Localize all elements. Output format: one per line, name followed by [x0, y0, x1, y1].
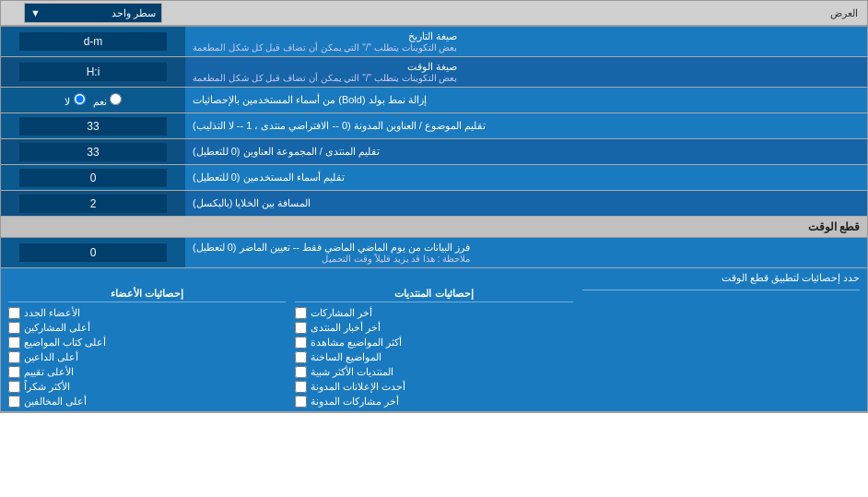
time-filter-input-wrap [1, 238, 185, 267]
topics-trim-input-wrap [1, 113, 185, 138]
top-violators-label: أعلى المخالفين [24, 396, 87, 408]
topics-trim-input[interactable] [19, 117, 167, 136]
checkbox-col-3 [582, 288, 860, 408]
last-posts-label: أخر المشاركات [311, 307, 372, 319]
remove-bold-inputs: نعم لا [1, 88, 185, 112]
checkbox-last-posts[interactable]: أخر المشاركات [295, 307, 572, 319]
main-container: العرض سطر واحد ▼ صيغة التاريخ بعض التكوي… [0, 0, 868, 413]
checkbox-section: حدد إحصائيات لتطبيق قطع الوقت إحصائيات ا… [1, 268, 867, 412]
col2-header: إحصائيات المنتديات [295, 288, 572, 302]
time-format-label: صيغة الوقت بعض التكوينات يتطلب "/" التي … [185, 57, 867, 87]
usernames-trim-input-wrap [1, 165, 185, 190]
latest-announcements-label: أحدث الإعلانات المدونة [311, 381, 405, 393]
topics-trim-label: تقليم الموضوع / العناوين المدونة (0 -- ا… [185, 113, 867, 138]
date-format-input-wrap [1, 27, 185, 56]
hot-topics-checkbox[interactable] [295, 351, 307, 363]
blog-posts-label: أخر مشاركات المدونة [311, 396, 399, 408]
forum-trim-label: تقليم المنتدى / المجموعة العناوين (0 للت… [185, 139, 867, 164]
forum-news-label: أخر أخبار المنتدى [311, 322, 381, 334]
most-viewed-checkbox[interactable] [295, 337, 307, 349]
date-format-label: صيغة التاريخ بعض التكوينات يتطلب "/" الت… [185, 27, 867, 56]
forum-news-checkbox[interactable] [295, 322, 307, 334]
checkbox-col-2: إحصائيات المنتديات أخر المشاركات أخر أخب… [295, 288, 572, 408]
checkbox-top-rated[interactable]: الأعلى تقييم [8, 366, 286, 378]
remove-bold-row: إزالة نمط بولد (Bold) من أسماء المستخدمي… [1, 88, 867, 113]
top-posters-checkbox[interactable] [8, 322, 20, 334]
checkbox-top-posters[interactable]: أعلى المشاركين [8, 322, 286, 334]
time-cut-section-header: قطع الوقت [1, 217, 867, 238]
most-thanked-checkbox[interactable] [8, 381, 20, 393]
blog-posts-checkbox[interactable] [295, 396, 307, 408]
last-posts-checkbox[interactable] [295, 307, 307, 319]
checkbox-popular-forums[interactable]: المنتديات الأكثر شبية [295, 366, 572, 378]
date-format-input[interactable] [19, 32, 167, 51]
topics-trim-row: تقليم الموضوع / العناوين المدونة (0 -- ا… [1, 113, 867, 139]
cell-spacing-input-wrap [1, 191, 185, 216]
checkbox-top-inviters[interactable]: أعلى الداعين [8, 351, 286, 363]
new-members-checkbox[interactable] [8, 307, 20, 319]
checkbox-most-viewed[interactable]: أكثر المواضيع مشاهدة [295, 337, 572, 349]
checkbox-section-header: حدد إحصائيات لتطبيق قطع الوقت [8, 272, 860, 284]
checkbox-top-violators[interactable]: أعلى المخالفين [8, 396, 286, 408]
header-row: العرض سطر واحد ▼ [1, 1, 867, 27]
cell-spacing-row: المسافة بين الخلايا (بالبكسل) [1, 191, 867, 217]
date-format-row: صيغة التاريخ بعض التكوينات يتطلب "/" الت… [1, 27, 867, 57]
top-violators-checkbox[interactable] [8, 396, 20, 408]
popular-forums-label: المنتديات الأكثر شبية [311, 366, 393, 378]
top-topic-writers-label: أعلى كتاب المواضيع [24, 337, 106, 349]
top-posters-label: أعلى المشاركين [24, 322, 90, 334]
checkbox-grid: إحصائيات المنتديات أخر المشاركات أخر أخب… [8, 288, 860, 408]
col1-header: إحصائيات الأعضاء [8, 288, 286, 302]
usernames-trim-row: تقليم أسماء المستخدمين (0 للتعطيل) [1, 165, 867, 191]
checkbox-new-members[interactable]: الأعضاء الجدد [8, 307, 286, 319]
time-filter-row: فرز البيانات من يوم الماضي الماضي فقط --… [1, 238, 867, 268]
popular-forums-checkbox[interactable] [295, 366, 307, 378]
latest-announcements-checkbox[interactable] [295, 381, 307, 393]
checkbox-hot-topics[interactable]: المواضيع الساخنة [295, 351, 572, 363]
most-thanked-label: الأكثر شكراً [24, 381, 70, 393]
display-dropdown[interactable]: سطر واحد ▼ [24, 3, 162, 23]
radio-yes[interactable] [110, 93, 122, 105]
forum-trim-row: تقليم المنتدى / المجموعة العناوين (0 للت… [1, 139, 867, 165]
checkbox-blog-posts[interactable]: أخر مشاركات المدونة [295, 396, 572, 408]
checkbox-most-thanked[interactable]: الأكثر شكراً [8, 381, 286, 393]
forum-trim-input-wrap [1, 139, 185, 164]
time-filter-label: فرز البيانات من يوم الماضي الماضي فقط --… [185, 238, 867, 267]
radio-no-text: لا [65, 96, 70, 107]
radio-no-label[interactable]: لا [65, 93, 85, 108]
new-members-label: الأعضاء الجدد [24, 307, 80, 319]
hot-topics-label: المواضيع الساخنة [311, 351, 381, 363]
header-input: سطر واحد ▼ [1, 3, 185, 23]
time-format-input-wrap [1, 57, 185, 87]
checkbox-latest-announcements[interactable]: أحدث الإعلانات المدونة [295, 381, 572, 393]
cell-spacing-label: المسافة بين الخلايا (بالبكسل) [185, 191, 867, 216]
top-inviters-label: أعلى الداعين [24, 351, 78, 363]
time-format-row: صيغة الوقت بعض التكوينات يتطلب "/" التي … [1, 57, 867, 88]
time-filter-input[interactable] [19, 243, 167, 262]
radio-no[interactable] [74, 93, 86, 105]
checkbox-col-1: إحصائيات الأعضاء الأعضاء الجدد أعلى المش… [8, 288, 286, 408]
top-rated-label: الأعلى تقييم [24, 366, 74, 378]
time-format-input[interactable] [19, 63, 167, 81]
dropdown-arrow-icon: ▼ [30, 7, 41, 18]
top-rated-checkbox[interactable] [8, 366, 20, 378]
header-label: العرض [185, 7, 867, 19]
remove-bold-label: إزالة نمط بولد (Bold) من أسماء المستخدمي… [185, 88, 867, 112]
radio-yes-label[interactable]: نعم [93, 93, 122, 108]
usernames-trim-input[interactable] [19, 169, 167, 187]
col3-header [582, 288, 860, 290]
dropdown-label: سطر واحد [111, 7, 156, 19]
cell-spacing-input[interactable] [19, 195, 167, 213]
radio-yes-text: نعم [93, 96, 107, 107]
forum-trim-input[interactable] [19, 143, 167, 161]
usernames-trim-label: تقليم أسماء المستخدمين (0 للتعطيل) [185, 165, 867, 190]
checkbox-forum-news[interactable]: أخر أخبار المنتدى [295, 322, 572, 334]
top-topic-writers-checkbox[interactable] [8, 337, 20, 349]
checkbox-top-topic-writers[interactable]: أعلى كتاب المواضيع [8, 337, 286, 349]
top-inviters-checkbox[interactable] [8, 351, 20, 363]
most-viewed-label: أكثر المواضيع مشاهدة [311, 337, 402, 349]
